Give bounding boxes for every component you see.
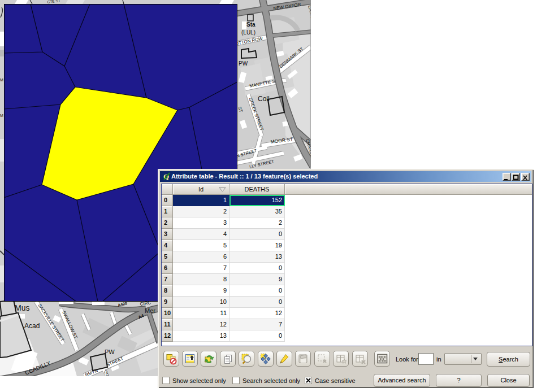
svg-text:Sta: Sta bbox=[246, 21, 255, 28]
svg-text:Coll: Coll bbox=[258, 95, 270, 103]
svg-text:PW: PW bbox=[239, 60, 248, 67]
svg-text:PW: PW bbox=[105, 349, 115, 355]
svg-text:Mer: Mer bbox=[145, 307, 155, 314]
svg-text:M: M bbox=[0, 114, 3, 117]
svg-text:M: M bbox=[0, 78, 3, 82]
svg-text:Mus: Mus bbox=[15, 303, 29, 312]
svg-text:Acad: Acad bbox=[24, 322, 40, 330]
svg-text:(LUL): (LUL) bbox=[241, 29, 255, 36]
